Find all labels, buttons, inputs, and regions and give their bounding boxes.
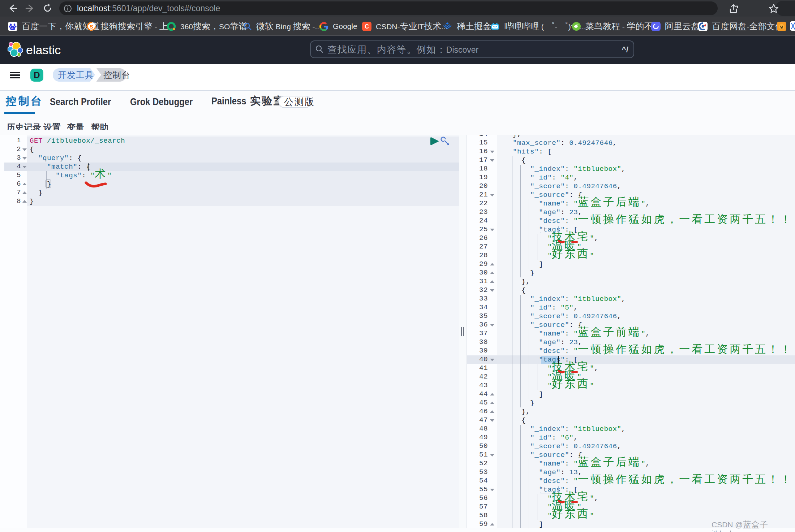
svg-text:C: C — [365, 23, 369, 30]
svg-text:du: du — [11, 27, 14, 30]
svg-text:S: S — [90, 23, 93, 30]
